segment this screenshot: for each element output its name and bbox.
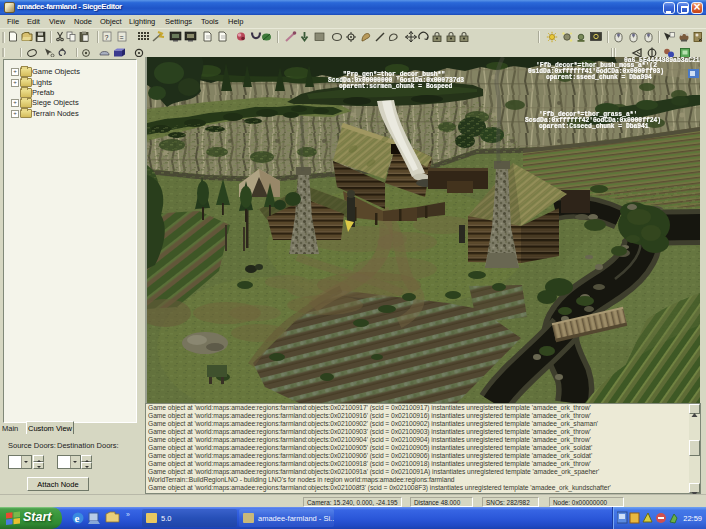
svg-text:oparent:sseed_chunk = Dba994: oparent:sseed_chunk = Dba994 (546, 74, 652, 81)
svg-text:=: = (120, 34, 124, 42)
svg-text:»: » (126, 511, 130, 518)
svg-text:e: e (75, 512, 80, 524)
svg-text:oparent:scrmen_chunk = Bospeed: oparent:scrmen_chunk = Bospeed (339, 83, 453, 90)
svg-text:oparent:Csseed_chunk = Dba941: oparent:Csseed_chunk = Dba941 (539, 123, 649, 130)
svg-text:?: ? (105, 34, 109, 42)
